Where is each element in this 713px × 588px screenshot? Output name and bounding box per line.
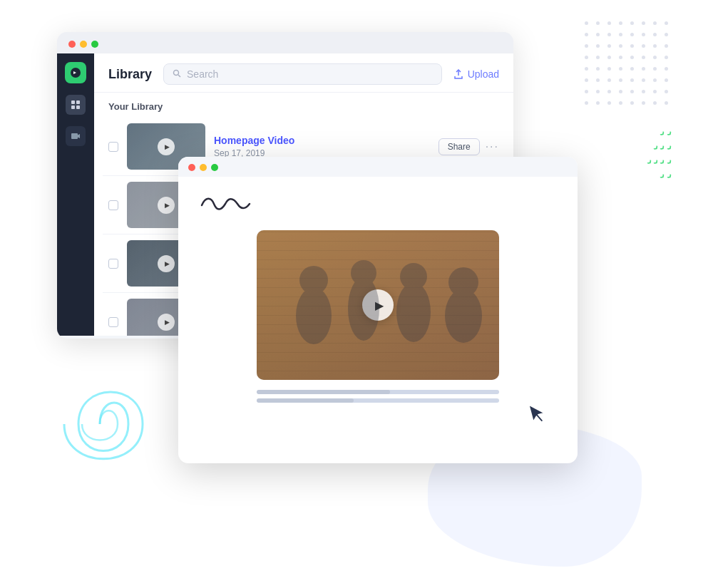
dot — [642, 78, 645, 82]
dot — [596, 101, 600, 105]
play-button-small[interactable]: ▶ — [158, 197, 175, 214]
video-checkbox[interactable] — [108, 259, 118, 269]
progress-fill-2 — [257, 398, 354, 403]
dot — [585, 44, 588, 48]
sidebar-item-library[interactable] — [66, 95, 86, 115]
dot — [653, 101, 657, 105]
svg-point-9 — [299, 266, 328, 294]
dot — [607, 101, 611, 105]
minimize-dot[interactable] — [80, 41, 87, 48]
dot — [585, 56, 588, 59]
dot — [607, 56, 611, 59]
maximize-dot[interactable] — [211, 164, 218, 171]
upload-button[interactable]: Upload — [453, 68, 499, 80]
dot — [596, 44, 600, 48]
dot — [596, 67, 600, 71]
video-title: Homepage Video — [214, 135, 430, 146]
dot — [619, 78, 622, 82]
dot — [630, 21, 634, 25]
dot — [585, 101, 588, 105]
dot — [653, 21, 657, 25]
dot — [619, 67, 622, 71]
share-button[interactable]: Share — [438, 138, 480, 155]
search-icon — [173, 69, 181, 80]
dot — [642, 56, 645, 59]
dot — [596, 56, 600, 59]
dot — [665, 33, 668, 36]
dot — [653, 44, 657, 48]
player-main-content: ▶ — [178, 177, 578, 417]
minimize-dot[interactable] — [200, 164, 207, 171]
play-button-small[interactable]: ▶ — [158, 255, 175, 272]
svg-line-7 — [178, 75, 180, 77]
upload-label: Upload — [468, 68, 499, 80]
more-options-button[interactable]: ··· — [486, 140, 499, 153]
dot — [607, 78, 611, 82]
svg-point-13 — [400, 263, 427, 290]
dot — [596, 78, 600, 82]
dots-decoration: // Will be rendered below — [585, 21, 670, 107]
dot — [653, 33, 657, 36]
scene: // Will be rendered below › › › › › › › … — [0, 0, 713, 588]
search-bar[interactable]: Search — [163, 63, 442, 85]
video-actions: Share ··· — [438, 138, 499, 155]
maximize-dot[interactable] — [91, 41, 98, 48]
close-dot[interactable] — [68, 41, 76, 48]
dot — [585, 90, 588, 93]
svg-rect-4 — [76, 105, 80, 109]
search-placeholder-text: Search — [187, 68, 218, 80]
dot — [585, 67, 588, 71]
dot — [653, 90, 657, 93]
svg-rect-3 — [71, 105, 75, 109]
video-checkbox[interactable] — [108, 317, 118, 327]
progress-bars — [257, 390, 499, 403]
video-player[interactable]: ▶ — [257, 230, 499, 380]
sidebar-item-video[interactable] — [66, 126, 86, 146]
dot — [630, 56, 634, 59]
dot — [630, 33, 634, 36]
svg-point-12 — [396, 282, 431, 342]
svg-point-11 — [351, 260, 376, 286]
svg-rect-2 — [76, 100, 80, 104]
video-info: Homepage Video Sep 17, 2019 — [214, 135, 430, 158]
player-overlay: ▶ — [257, 230, 499, 380]
dot — [607, 33, 611, 36]
dot — [653, 56, 657, 59]
dot — [665, 78, 668, 82]
library-title: Library — [108, 67, 152, 82]
svg-rect-1 — [71, 100, 75, 104]
player-window-chrome — [178, 157, 578, 177]
dot — [596, 90, 600, 93]
window-chrome — [57, 32, 513, 53]
dot — [607, 44, 611, 48]
dot — [596, 33, 600, 36]
player-window: ▶ — [178, 157, 578, 463]
svg-point-10 — [348, 277, 379, 341]
close-dot[interactable] — [188, 164, 195, 171]
svg-point-6 — [174, 70, 179, 75]
dot — [630, 44, 634, 48]
video-checkbox[interactable] — [108, 200, 118, 210]
play-button-small[interactable]: ▶ — [158, 138, 175, 155]
dot — [630, 67, 634, 71]
dot — [619, 44, 622, 48]
progress-fill-1 — [257, 390, 390, 394]
dot — [619, 56, 622, 59]
svg-rect-5 — [71, 133, 78, 139]
svg-point-8 — [296, 287, 332, 344]
dot — [665, 21, 668, 25]
dot — [585, 33, 588, 36]
play-button-small[interactable]: ▶ — [158, 314, 175, 331]
dot — [630, 90, 634, 93]
dot — [630, 101, 634, 105]
dot — [607, 67, 611, 71]
dot — [619, 101, 622, 105]
app-logo — [65, 62, 86, 83]
svg-point-15 — [448, 267, 478, 297]
dot — [596, 21, 600, 25]
dot — [619, 21, 622, 25]
sidebar — [57, 53, 94, 336]
dot — [653, 78, 657, 82]
video-checkbox[interactable] — [108, 142, 118, 152]
dot — [665, 67, 668, 71]
